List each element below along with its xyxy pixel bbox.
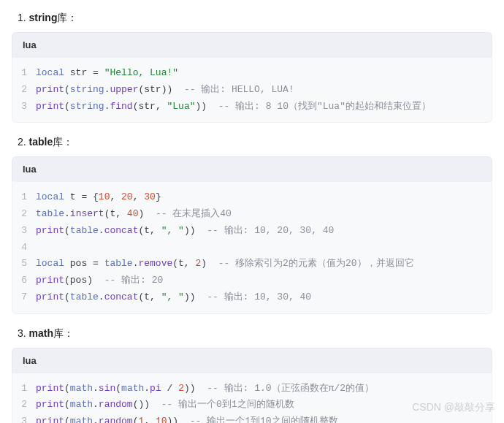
section-suffix: 库： xyxy=(53,136,73,148)
code-line: 2table.insert(t, 40) -- 在末尾插入40 xyxy=(12,206,492,223)
token-plain: . xyxy=(93,399,99,410)
code-line: 1local t = {10, 20, 30} xyxy=(12,189,492,206)
token-kw: table xyxy=(70,225,99,236)
token-num-lit: 10 xyxy=(156,416,167,423)
token-plain: ( xyxy=(64,291,70,302)
line-content: local t = {10, 20, 30} xyxy=(36,189,161,206)
line-content: print(math.random(1, 10)) -- 输出一个1到10之间的… xyxy=(36,414,338,423)
token-fn: print xyxy=(36,275,64,286)
token-fn: remove xyxy=(138,258,172,269)
token-num-lit: 2 xyxy=(178,383,184,394)
token-com: -- 输出: 8 10（找到"Lua"的起始和结束位置） xyxy=(218,101,431,112)
line-content: print(table.concat(t, ", ")) -- 输出: 10, … xyxy=(36,289,311,306)
line-content: print(math.random()) -- 输出一个0到1之间的随机数 xyxy=(36,397,294,414)
code-line: 1print(math.sin(math.pi / 2)) -- 输出: 1.0… xyxy=(12,381,492,397)
token-plain: ( xyxy=(64,383,70,394)
line-number: 3 xyxy=(12,414,36,423)
token-kw: local xyxy=(36,258,64,269)
token-plain: pos = xyxy=(64,258,104,269)
line-content: table.insert(t, 40) -- 在末尾插入40 xyxy=(36,206,232,223)
token-fn: random xyxy=(99,416,133,423)
line-content: print(string.find(str, "Lua")) -- 输出: 8 … xyxy=(36,99,431,115)
token-plain: (t, xyxy=(138,291,161,302)
token-plain: ) xyxy=(138,208,155,219)
token-plain: (str)) xyxy=(138,84,183,95)
token-kw: math xyxy=(70,383,93,394)
code-block: lua1local t = {10, 20, 30}2table.insert(… xyxy=(12,156,492,313)
token-com: -- 输出: 1.0（正弦函数在π/2的值） xyxy=(207,383,374,394)
token-com: -- 输出: 10, 30, 40 xyxy=(207,291,311,302)
line-content: local pos = table.remove(t, 2) -- 移除索引为2… xyxy=(36,256,414,273)
code-line: 3print(table.concat(t, ", ")) -- 输出: 10,… xyxy=(12,223,492,240)
section-title: 3. math库： xyxy=(18,327,492,340)
token-com: -- 输出一个1到10之间的随机整数 xyxy=(190,416,338,423)
section-lib-name: table xyxy=(29,136,53,148)
code-body: 1local t = {10, 20, 30}2table.insert(t, … xyxy=(12,181,492,313)
token-plain: ( xyxy=(64,399,70,410)
token-plain: str = xyxy=(64,67,104,78)
token-kw: table xyxy=(36,208,64,219)
section-lib-name: math xyxy=(29,327,53,339)
token-fn: pi xyxy=(150,383,161,394)
code-line: 4 xyxy=(12,240,492,256)
token-fn: print xyxy=(36,225,64,236)
line-number: 3 xyxy=(12,99,36,115)
token-num-lit: 40 xyxy=(127,208,139,219)
token-plain: t = { xyxy=(64,191,99,202)
token-str: "Lua" xyxy=(167,101,195,112)
token-plain: )) xyxy=(184,225,207,236)
code-line: 2print(string.upper(str)) -- 输出: HELLO, … xyxy=(12,82,492,99)
code-lang-label: lua xyxy=(12,32,492,57)
token-plain: (t, xyxy=(172,258,195,269)
token-fn: insert xyxy=(70,208,104,219)
token-kw: local xyxy=(36,67,64,78)
section-number: 3. xyxy=(18,327,29,339)
section-suffix: 库： xyxy=(57,12,77,23)
line-content: print(pos) -- 输出: 20 xyxy=(36,273,163,289)
code-line: 1local str = "Hello, Lua!" xyxy=(12,65,492,82)
line-content: print(string.upper(str)) -- 输出: HELLO, L… xyxy=(36,82,294,99)
section-title: 2. table库： xyxy=(18,136,492,149)
token-plain: ) xyxy=(201,258,218,269)
line-content: print(table.concat(t, ", ")) -- 输出: 10, … xyxy=(36,223,334,240)
token-plain: , xyxy=(133,191,145,202)
token-fn: concat xyxy=(104,225,139,236)
token-fn: print xyxy=(36,399,64,410)
line-content: print(math.sin(math.pi / 2)) -- 输出: 1.0（… xyxy=(36,381,374,397)
line-number: 3 xyxy=(12,223,36,240)
token-kw: table xyxy=(104,258,133,269)
token-com: -- 在末尾插入40 xyxy=(156,208,232,219)
token-fn: print xyxy=(36,101,64,112)
token-fn: concat xyxy=(104,291,139,302)
token-fn: find xyxy=(110,101,132,112)
line-number: 1 xyxy=(12,189,36,206)
code-lang-label: lua xyxy=(12,156,492,181)
token-plain: . xyxy=(144,383,150,394)
token-str: ", " xyxy=(161,225,184,236)
token-plain: ( xyxy=(64,84,70,95)
token-plain: . xyxy=(93,416,99,423)
code-line: 6print(pos) -- 输出: 20 xyxy=(12,273,492,289)
token-plain: , xyxy=(144,416,156,423)
code-block: lua1local str = "Hello, Lua!"2print(stri… xyxy=(12,32,492,123)
token-fn: print xyxy=(36,416,64,423)
section-number: 1. xyxy=(18,12,29,23)
token-fn: sin xyxy=(99,383,115,394)
code-line: 3print(string.find(str, "Lua")) -- 输出: 8… xyxy=(12,99,492,115)
token-kw: local xyxy=(36,191,64,202)
code-line: 5local pos = table.remove(t, 2) -- 移除索引为… xyxy=(12,256,492,273)
token-com: -- 输出: HELLO, LUA! xyxy=(184,84,294,95)
token-kw: string xyxy=(70,84,104,95)
token-com: -- 移除索引为2的元素（值为20），并返回它 xyxy=(218,258,414,269)
code-line: 7print(table.concat(t, ", ")) -- 输出: 10,… xyxy=(12,289,492,306)
token-fn: print xyxy=(36,383,64,394)
line-number: 1 xyxy=(12,65,36,82)
line-number: 4 xyxy=(12,240,36,256)
token-plain: (t, xyxy=(104,208,127,219)
token-fn: random xyxy=(99,399,133,410)
token-plain: / xyxy=(161,383,178,394)
token-plain: . xyxy=(93,383,99,394)
token-plain: ( xyxy=(64,225,70,236)
token-plain: (t, xyxy=(138,225,161,236)
token-fn: print xyxy=(36,84,64,95)
